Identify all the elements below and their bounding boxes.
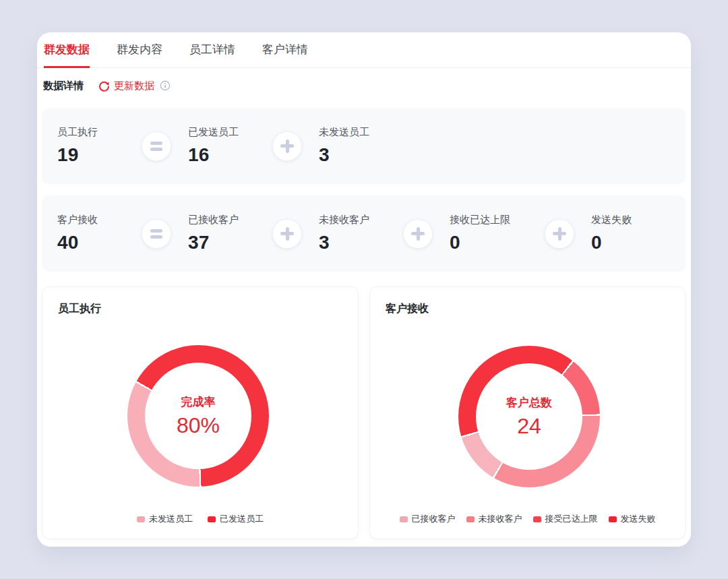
- legend-swatch: [208, 516, 216, 522]
- stat-label: 未发送员工: [319, 126, 386, 139]
- donut-center-value: 80%: [177, 413, 220, 438]
- stat-value: 3: [319, 232, 386, 253]
- legend-label: 未接收客户: [479, 513, 522, 525]
- tab-employee-detail[interactable]: 员工详情: [189, 32, 235, 68]
- donut-center-label: 完成率: [181, 394, 216, 410]
- stat-label: 已接收客户: [188, 214, 255, 226]
- stat-employee-sent: 已发送员工 16: [188, 126, 255, 166]
- section-title: 数据详情: [43, 80, 84, 92]
- chart-title: 客户接收: [386, 302, 429, 316]
- employee-stats-card: 员工执行 19 已发送员工 16 未发送员工 3: [42, 108, 686, 184]
- plus-icon: [272, 131, 302, 161]
- donut-center-value: 24: [517, 414, 541, 439]
- equals-icon: [142, 131, 171, 161]
- chart-legend: 已接收客户 未接收客户 接受已达上限 发送失败: [370, 513, 685, 525]
- chart-title: 员工执行: [58, 302, 101, 316]
- legend-swatch: [137, 516, 145, 522]
- customer-donut-chart: 客户总数 24: [458, 346, 600, 487]
- legend-item-send-failed[interactable]: 发送失败: [609, 513, 656, 525]
- stat-send-failed: 发送失败 0: [591, 214, 659, 253]
- refresh-icon: [98, 80, 110, 92]
- donut-center: 完成率 80%: [145, 363, 251, 469]
- tab-customer-detail[interactable]: 客户详情: [262, 32, 308, 68]
- tab-mass-send-content[interactable]: 群发内容: [117, 32, 162, 68]
- legend-item-unsent-employee[interactable]: 未发送员工: [137, 513, 193, 525]
- customer-stats-card: 客户接收 40 已接收客户 37 未接收客户 3 接收已达上限 0 发送失败 0: [42, 195, 686, 272]
- stat-label: 客户接收: [57, 214, 125, 226]
- detail-header: 数据详情 更新数据: [43, 78, 171, 93]
- chart-legend: 未发送员工 已发送员工: [42, 513, 358, 525]
- legend-item-limit-reached[interactable]: 接受已达上限: [533, 513, 598, 525]
- stat-employee-total: 员工执行 19: [57, 126, 125, 166]
- legend-item-not-received-customer[interactable]: 未接收客户: [466, 513, 522, 525]
- info-icon[interactable]: [160, 80, 171, 91]
- employee-execution-chart-card: 员工执行 完成率 80% 未发送员工 已发送员工: [42, 286, 359, 539]
- stat-value: 0: [450, 232, 528, 253]
- equals-icon: [142, 219, 171, 249]
- legend-label: 已发送员工: [220, 513, 264, 525]
- stat-employee-unsent: 未发送员工 3: [319, 126, 386, 166]
- stat-customer-total: 客户接收 40: [57, 214, 125, 253]
- stat-value: 40: [57, 232, 125, 253]
- employee-donut-chart: 完成率 80%: [127, 345, 269, 487]
- refresh-data-button[interactable]: 更新数据: [98, 80, 154, 92]
- stat-label: 未接收客户: [319, 214, 386, 226]
- stat-value: 37: [188, 232, 255, 253]
- stat-customer-limit-reached: 接收已达上限 0: [450, 214, 528, 253]
- legend-label: 发送失败: [621, 513, 656, 525]
- legend-swatch: [609, 516, 617, 522]
- legend-label: 已接收客户: [412, 513, 456, 525]
- legend-item-received-customer[interactable]: 已接收客户: [400, 513, 456, 525]
- tab-mass-send-data[interactable]: 群发数据: [44, 32, 90, 68]
- donut-center: 客户总数 24: [476, 363, 582, 470]
- plus-icon: [545, 219, 574, 249]
- refresh-label: 更新数据: [114, 80, 154, 92]
- legend-item-sent-employee[interactable]: 已发送员工: [208, 513, 264, 525]
- stat-value: 0: [591, 232, 659, 253]
- plus-icon: [403, 219, 433, 249]
- plus-icon: [272, 219, 302, 249]
- stat-label: 员工执行: [57, 126, 125, 139]
- stat-customer-not-received: 未接收客户 3: [319, 214, 386, 253]
- stat-label: 已发送员工: [188, 126, 255, 139]
- stat-label: 发送失败: [591, 214, 659, 226]
- stat-label: 接收已达上限: [450, 214, 528, 226]
- customer-reception-chart-card: 客户接收 客户总数 24 已接收客户 未接收客户 接受已达上限 发送失败: [369, 286, 686, 539]
- legend-label: 未发送员工: [149, 513, 193, 525]
- stat-value: 16: [188, 144, 255, 166]
- tab-bar: 群发数据 群发内容 员工详情 客户详情: [37, 32, 691, 68]
- legend-swatch: [466, 516, 475, 522]
- main-panel: 群发数据 群发内容 员工详情 客户详情 数据详情 更新数据 员工: [37, 32, 691, 547]
- donut-center-label: 客户总数: [506, 395, 552, 410]
- stat-value: 19: [57, 144, 125, 166]
- legend-label: 接受已达上限: [545, 513, 598, 525]
- legend-swatch: [533, 516, 541, 522]
- stat-value: 3: [319, 144, 386, 166]
- stat-customer-received: 已接收客户 37: [188, 214, 255, 253]
- legend-swatch: [400, 516, 408, 522]
